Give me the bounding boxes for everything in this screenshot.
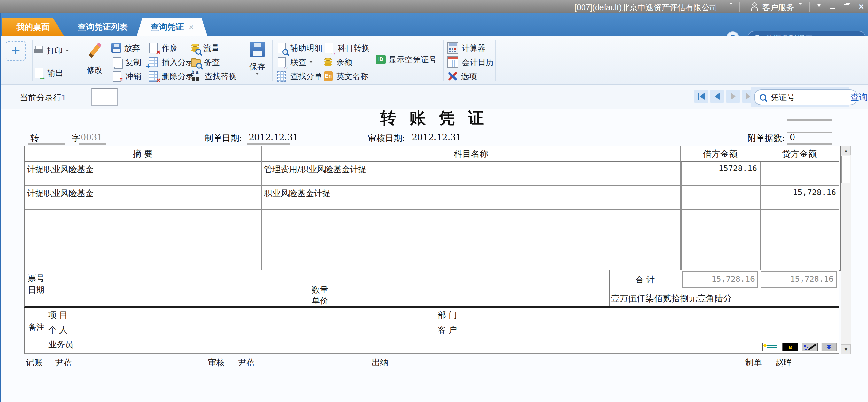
restore-button[interactable] (841, 1, 852, 12)
account-convert-button[interactable]: ↔ 科目转换 (323, 41, 370, 54)
total-credit: 15,728.16 (761, 271, 837, 288)
made-date[interactable]: 2012.12.31 (249, 132, 298, 142)
cell-summary[interactable] (25, 210, 261, 230)
minimize-button[interactable] (827, 1, 838, 12)
remark-label: 备注 (28, 322, 44, 332)
underline (247, 143, 290, 145)
cell-debit[interactable]: 15728.16 (681, 162, 760, 186)
balance-button[interactable]: 余额 (323, 56, 370, 68)
voucher-table: 摘 要 科目名称 借方金额 贷方金额 计提职业风险基金 管理费用/职业风险基金计… (24, 146, 840, 271)
folder-search-icon (190, 57, 201, 67)
customer-label: 客 户 (438, 324, 457, 336)
tab-voucher-query[interactable]: 查询凭证 × (137, 18, 207, 36)
first-voucher-button[interactable] (694, 90, 708, 103)
find-replace-button[interactable]: 查找替换 (190, 70, 237, 83)
new-voucher-button[interactable]: + (6, 41, 26, 61)
abandon-button[interactable]: 放弃 (111, 41, 141, 54)
save-button[interactable]: 保存 (244, 40, 271, 76)
preparer-label: 制单 (745, 357, 762, 368)
options-button[interactable]: 选项 (447, 70, 494, 83)
show-empty-voucher-no-button[interactable]: ID 显示空凭证号 (376, 53, 437, 66)
export-button[interactable]: → 输出 (33, 66, 63, 79)
underline (28, 143, 65, 145)
binoculars-icon (190, 70, 202, 82)
aux-detail-button[interactable]: 辅助明细 (276, 41, 322, 54)
scroll-up-button[interactable]: ▲ (841, 146, 851, 155)
cell-debit[interactable] (681, 230, 760, 250)
export-icon: → (33, 67, 44, 79)
close-button[interactable]: × (856, 1, 867, 12)
customer-service-dropdown-icon[interactable] (799, 1, 802, 8)
floppy-undo-icon (111, 43, 121, 53)
insert-entry-button[interactable]: + 插入分录 (148, 56, 194, 68)
cell-account[interactable]: 职业风险基金计提 (261, 186, 681, 210)
voucher-no-search-input[interactable]: 凭证号 (754, 89, 858, 105)
next-voucher-button[interactable] (726, 90, 740, 103)
cell-credit[interactable] (760, 230, 839, 250)
tab-bar: 我的桌面 查询凭证列表 查询凭证 × ? 单据条码搜索 (0, 13, 868, 36)
cell-summary[interactable]: 计提职业风险基金 (25, 186, 261, 210)
copy-icon (111, 56, 122, 68)
foreign-currency-button[interactable]: e (782, 343, 798, 351)
collapse-ribbon-button[interactable] (813, 1, 825, 12)
cell-debit[interactable] (681, 210, 760, 230)
cell-credit[interactable] (760, 250, 839, 270)
summary-lines-button[interactable] (763, 343, 778, 351)
tab-voucher-list[interactable]: 查询凭证列表 (69, 18, 136, 36)
cell-account[interactable] (261, 250, 681, 270)
titlebar-divider (739, 2, 740, 11)
customer-service-button[interactable]: 客户服务 (762, 2, 794, 13)
titlebar-divider (809, 2, 810, 11)
unit-price-label: 单价 (312, 295, 328, 306)
flow-button[interactable]: 流量 (190, 41, 237, 54)
reference-button[interactable]: 备查 (190, 56, 237, 68)
english-name-button[interactable]: En 英文名称 (323, 70, 370, 83)
cell-summary[interactable] (25, 230, 261, 250)
col-header-debit: 借方金额 (681, 147, 760, 162)
delete-entry-button[interactable]: × 删除分录 (148, 70, 194, 83)
salesman-label: 业务员 (48, 339, 73, 350)
voucher-number[interactable]: 0031 (81, 132, 103, 142)
attachments-count[interactable]: 0 (790, 132, 795, 142)
cell-debit[interactable] (681, 186, 760, 210)
void-button[interactable]: × 作废 (148, 41, 194, 54)
scrollbar-thumb[interactable] (841, 156, 850, 183)
id-icon: ID (376, 55, 385, 64)
print-button[interactable]: 打印 (33, 44, 69, 57)
entry-row-input[interactable] (91, 88, 118, 105)
cell-summary[interactable] (25, 250, 261, 270)
calculator-button[interactable]: 计算器 (447, 41, 494, 54)
cell-account[interactable] (261, 230, 681, 250)
signature-row: 记账 尹蓓 审核 尹蓓 出纳 制单 赵晖 (24, 357, 839, 368)
bill-no-label: 票号 (28, 273, 44, 284)
copy-button[interactable]: 复制 (111, 56, 141, 68)
tab-my-desktop[interactable]: 我的桌面 (2, 18, 73, 36)
cell-credit[interactable]: 15,728.16 (760, 186, 839, 210)
voucher-word-suffix: 字 (72, 132, 80, 144)
accounting-calendar-button[interactable]: 会计日历 (447, 56, 494, 68)
cell-account[interactable] (261, 210, 681, 230)
linked-query-button[interactable]: ↔ 联查 (276, 56, 322, 68)
cell-debit[interactable] (681, 250, 760, 270)
attachments-label: 附单据数: (747, 132, 785, 144)
account-dropdown-icon[interactable] (730, 1, 733, 8)
preparer-name: 赵晖 (775, 357, 792, 368)
modify-button[interactable]: 修改 (81, 41, 109, 75)
vertical-scrollbar[interactable]: ▲ ▼ (841, 146, 851, 354)
query-button[interactable]: 查询 (850, 91, 868, 103)
scroll-down-button[interactable]: ▼ (841, 344, 851, 354)
tab-close-icon[interactable]: × (189, 23, 193, 32)
magic-wand-button[interactable] (802, 343, 818, 351)
cell-summary[interactable]: 计提职业风险基金 (25, 162, 261, 186)
find-doc-button[interactable]: 查找分单 (276, 70, 322, 83)
col-header-summary: 摘 要 (25, 147, 261, 162)
writeoff-button[interactable]: ≡ 冲销 (111, 70, 141, 83)
cell-credit[interactable] (760, 210, 839, 230)
cell-account[interactable]: 管理费用/职业风险基金计提 (261, 162, 681, 186)
previous-voucher-button[interactable] (710, 90, 724, 103)
voucher-word: 转 (30, 132, 39, 144)
voucher-no-placeholder: 凭证号 (771, 92, 795, 103)
cell-credit[interactable] (760, 162, 839, 186)
collapse-panel-button[interactable] (821, 343, 837, 351)
linked-page-icon: ↔ (276, 56, 287, 68)
